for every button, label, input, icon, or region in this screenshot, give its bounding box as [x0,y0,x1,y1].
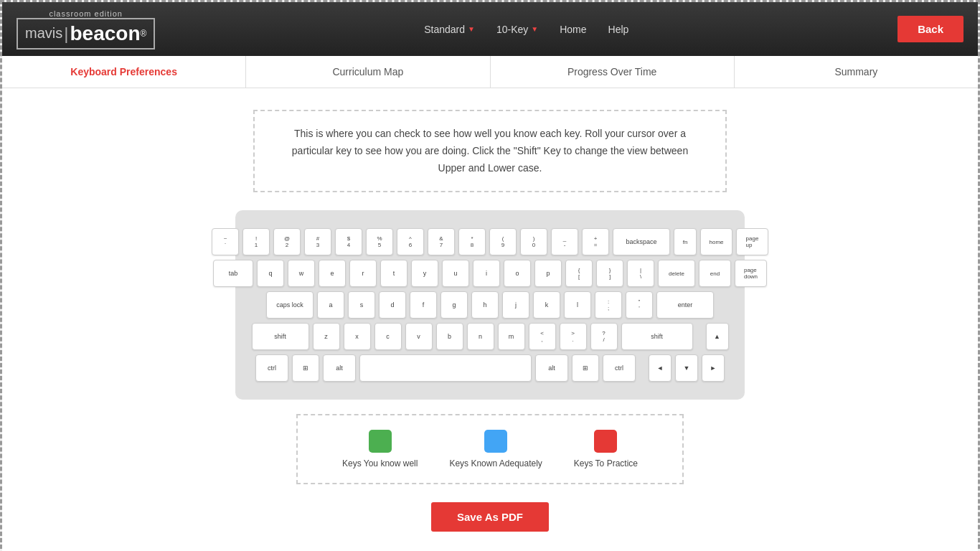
key-k[interactable]: k [533,291,560,319]
key-1[interactable]: !1 [242,228,270,255]
tab-keyboard-preferences[interactable]: Keyboard Preferences [2,56,246,88]
legend-item-adequate: Keys Known Adequately [449,430,542,468]
help-link[interactable]: Help [608,24,629,35]
tenkey-dropdown-arrow: ▼ [531,25,538,33]
key-row-4: shift z x c v b n m <, >. ?/ shift ▲ [250,323,730,350]
key-left-win[interactable]: ⊞ [292,354,319,382]
tenkey-menu[interactable]: 10-Key ▼ [496,24,538,35]
legend-label-well: Keys You know well [342,458,418,468]
key-e[interactable]: e [319,260,346,287]
key-arrow-right[interactable]: ► [702,354,725,382]
save-pdf-button[interactable]: Save As PDF [431,502,549,532]
key-b[interactable]: b [436,323,463,350]
key-x[interactable]: x [344,323,371,350]
key-tab[interactable]: tab [213,260,253,287]
tenkey-label: 10-Key [496,24,528,35]
main-content: This is where you can check to see how w… [2,88,978,551]
key-f[interactable]: f [410,291,437,319]
key-g[interactable]: g [440,291,468,319]
key-d[interactable]: d [379,291,406,319]
key-p[interactable]: p [534,260,562,287]
key-n[interactable]: n [467,323,494,350]
key-fn[interactable]: fn [674,228,697,255]
key-2[interactable]: @2 [273,228,301,255]
keyboard: ~` !1 @2 #3 $4 %5 ^6 &7 *8 (9 )0 _- += b… [250,228,730,382]
key-left-alt[interactable]: alt [323,354,356,382]
key-z[interactable]: z [313,323,340,350]
key-backslash[interactable]: |\ [627,260,654,287]
key-tilde[interactable]: ~` [212,228,239,255]
key-a[interactable]: a [317,291,344,319]
key-row-1: ~` !1 @2 #3 $4 %5 ^6 &7 *8 (9 )0 _- += b… [250,228,730,255]
legend-item-well: Keys You know well [342,430,418,468]
key-v[interactable]: v [405,323,433,350]
key-w[interactable]: w [288,260,315,287]
key-i[interactable]: i [473,260,500,287]
key-comma[interactable]: <, [529,323,556,350]
tab-summary[interactable]: Summary [735,56,978,88]
key-c[interactable]: c [374,323,402,350]
tab-curriculum-map[interactable]: Curriculum Map [246,56,490,88]
key-l[interactable]: l [564,291,591,319]
key-left-ctrl[interactable]: ctrl [255,354,288,382]
keyboard-container: ~` !1 @2 #3 $4 %5 ^6 &7 *8 (9 )0 _- += b… [235,210,745,400]
key-right-win[interactable]: ⊞ [572,354,599,382]
key-j[interactable]: j [502,291,529,319]
key-4[interactable]: $4 [335,228,362,255]
logo-beacon: beacon [70,22,140,45]
key-arrow-left[interactable]: ◄ [649,354,672,382]
key-9[interactable]: (9 [489,228,517,255]
key-arrow-down[interactable]: ▼ [675,354,698,382]
key-semicolon[interactable]: :; [595,291,622,319]
key-lbracket[interactable]: {[ [565,260,593,287]
key-right-ctrl[interactable]: ctrl [603,354,636,382]
key-enter[interactable]: enter [656,291,714,319]
key-q[interactable]: q [257,260,284,287]
key-pagedown[interactable]: pagedown [735,260,767,287]
key-minus[interactable]: _- [551,228,578,255]
key-3[interactable]: #3 [304,228,331,255]
key-r[interactable]: r [349,260,377,287]
key-home[interactable]: home [700,228,732,255]
key-5[interactable]: %5 [366,228,393,255]
key-y[interactable]: y [411,260,438,287]
key-delete[interactable]: delete [658,260,695,287]
key-period[interactable]: >. [560,323,587,350]
key-0[interactable]: )0 [520,228,547,255]
home-link[interactable]: Home [560,24,586,35]
key-quote[interactable]: "' [626,291,653,319]
tabs-bar: Keyboard Preferences Curriculum Map Prog… [2,56,978,88]
info-box: This is where you can check to see how w… [253,110,727,192]
key-row-5: ctrl ⊞ alt alt ⊞ ctrl ◄ ▼ ► [250,354,730,382]
key-slash[interactable]: ?/ [590,323,618,350]
save-section: Save As PDF [31,502,949,532]
key-rbracket[interactable]: }] [596,260,623,287]
key-arrow-up[interactable]: ▲ [706,323,729,350]
key-u[interactable]: u [442,260,469,287]
legend-color-practice [594,430,617,453]
key-equals[interactable]: += [582,228,609,255]
header: classroom edition mavis | beacon ® Stand… [2,2,978,56]
key-o[interactable]: o [504,260,531,287]
key-right-shift[interactable]: shift [621,323,693,350]
key-end[interactable]: end [699,260,731,287]
key-row-2: tab q w e r t y u i o p {[ }] |\ delete … [250,260,730,287]
legend-label-practice: Keys To Practice [574,458,638,468]
key-spacebar[interactable] [359,354,532,382]
key-s[interactable]: s [348,291,375,319]
back-button[interactable]: Back [897,16,963,42]
key-7[interactable]: &7 [428,228,455,255]
key-m[interactable]: m [498,323,525,350]
key-t[interactable]: t [380,260,407,287]
key-right-alt[interactable]: alt [535,354,568,382]
key-backspace[interactable]: backspace [613,228,670,255]
key-capslock[interactable]: caps lock [266,291,314,319]
key-row-3: caps lock a s d f g h j k l :; "' enter [250,291,730,319]
key-left-shift[interactable]: shift [252,323,309,350]
key-8[interactable]: *8 [458,228,486,255]
standard-menu[interactable]: Standard ▼ [424,24,475,35]
tab-progress-over-time[interactable]: Progress Over Time [491,56,735,88]
key-6[interactable]: ^6 [397,228,424,255]
key-pageup[interactable]: pageup [736,228,768,255]
key-h[interactable]: h [471,291,499,319]
